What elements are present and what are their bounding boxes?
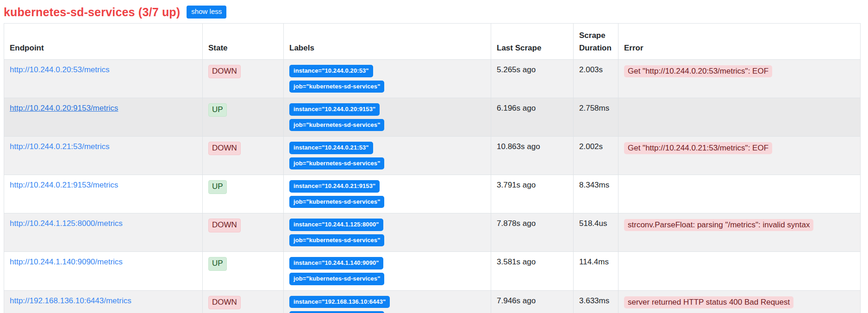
state-badge: UP xyxy=(208,180,227,194)
scrape-duration-value: 114.4ms xyxy=(579,257,609,266)
endpoint-cell: http://10.244.1.140:9090/metrics xyxy=(4,252,203,290)
show-less-button[interactable]: show less xyxy=(187,6,226,19)
endpoint-link[interactable]: http://10.244.0.20:53/metrics xyxy=(10,65,109,74)
target-row: http://192.168.136.10:6443/metrics DOWN … xyxy=(4,290,861,313)
target-row: http://10.244.0.20:53/metrics DOWN insta… xyxy=(4,60,861,98)
column-header-error: Error xyxy=(618,24,861,60)
error-cell: Get "http://10.244.0.21:53/metrics": EOF xyxy=(618,137,861,175)
endpoint-link[interactable]: http://10.244.0.20:9153/metrics xyxy=(10,104,118,113)
state-badge: DOWN xyxy=(208,219,241,232)
endpoint-cell: http://10.244.0.20:53/metrics xyxy=(4,60,203,98)
state-cell: UP xyxy=(203,252,284,290)
labels-cell: instance="10.244.0.21:9153"job="kubernet… xyxy=(284,175,491,213)
target-row: http://10.244.0.21:9153/metrics UP insta… xyxy=(4,175,861,213)
last-scrape-value: 7.946s ago xyxy=(497,296,536,305)
error-cell xyxy=(618,252,861,290)
last-scrape-value: 10.863s ago xyxy=(497,142,540,151)
state-cell: UP xyxy=(203,98,284,137)
table-header-row: Endpoint State Labels Last Scrape Scrape… xyxy=(4,24,861,60)
state-cell: DOWN xyxy=(203,137,284,175)
endpoint-cell: http://10.244.0.21:9153/metrics xyxy=(4,175,203,213)
last-scrape-cell: 5.265s ago xyxy=(491,60,574,98)
label-badge: instance="192.168.136.10:6443" xyxy=(289,296,390,308)
column-header-state: State xyxy=(203,24,284,60)
scrape-duration-cell: 3.633ms xyxy=(574,290,618,313)
endpoint-cell: http://192.168.136.10:6443/metrics xyxy=(4,290,203,313)
scrape-duration-value: 3.633ms xyxy=(579,296,609,305)
state-cell: DOWN xyxy=(203,290,284,313)
error-cell: strconv.ParseFloat: parsing "/metrics": … xyxy=(618,213,861,252)
error-cell: server returned HTTP status 400 Bad Requ… xyxy=(618,290,861,313)
scrape-duration-value: 8.343ms xyxy=(579,181,609,189)
endpoint-cell: http://10.244.0.21:53/metrics xyxy=(4,137,203,175)
scrape-duration-cell: 8.343ms xyxy=(574,175,618,213)
targets-page: kubernetes-sd-services (3/7 up) show les… xyxy=(0,0,864,313)
endpoint-link[interactable]: http://192.168.136.10:6443/metrics xyxy=(10,296,131,305)
labels-cell: instance="192.168.136.10:6443"job="kuber… xyxy=(284,290,491,313)
endpoint-cell: http://10.244.0.20:9153/metrics xyxy=(4,98,203,137)
label-badge: instance="10.244.0.20:9153" xyxy=(289,103,380,116)
last-scrape-cell: 6.196s ago xyxy=(491,98,574,137)
label-badge: job="kubernetes-sd-services" xyxy=(289,119,384,131)
endpoint-cell: http://10.244.1.125:8000/metrics xyxy=(4,213,203,252)
target-row: http://10.244.1.140:9090/metrics UP inst… xyxy=(4,252,861,290)
last-scrape-value: 7.878s ago xyxy=(497,219,536,228)
labels-cell: instance="10.244.1.125:8000"job="kuberne… xyxy=(284,213,491,252)
label-badge: job="kubernetes-sd-services" xyxy=(289,157,384,170)
last-scrape-value: 6.196s ago xyxy=(497,104,536,113)
label-badge: instance="10.244.0.20:53" xyxy=(289,65,373,77)
error-badge: Get "http://10.244.0.21:53/metrics": EOF xyxy=(624,142,772,154)
state-badge: DOWN xyxy=(208,65,241,78)
scrape-duration-value: 2.003s xyxy=(579,65,603,74)
scrape-duration-cell: 2.002s xyxy=(574,137,618,175)
labels-cell: instance="10.244.1.140:9090"job="kuberne… xyxy=(284,252,491,290)
state-cell: DOWN xyxy=(203,60,284,98)
job-header: kubernetes-sd-services (3/7 up) show les… xyxy=(4,0,864,23)
labels-cell: instance="10.244.0.20:9153"job="kubernet… xyxy=(284,98,491,137)
labels-cell: instance="10.244.0.21:53"job="kubernetes… xyxy=(284,137,491,175)
last-scrape-value: 3.791s ago xyxy=(497,181,536,189)
scrape-duration-value: 518.4us xyxy=(579,219,607,228)
labels-cell: instance="10.244.0.20:53"job="kubernetes… xyxy=(284,60,491,98)
state-cell: DOWN xyxy=(203,213,284,252)
label-badge: job="kubernetes-sd-services" xyxy=(289,196,384,208)
label-badge: instance="10.244.1.125:8000" xyxy=(289,219,383,231)
last-scrape-cell: 7.878s ago xyxy=(491,213,574,252)
column-header-endpoint: Endpoint xyxy=(4,24,203,60)
state-badge: UP xyxy=(208,103,227,117)
label-badge: instance="10.244.0.21:53" xyxy=(289,142,373,154)
scrape-duration-value: 2.758ms xyxy=(579,104,609,113)
column-header-scrape-duration: Scrape Duration xyxy=(574,24,618,60)
error-badge: strconv.ParseFloat: parsing "/metrics": … xyxy=(624,219,813,231)
target-row: http://10.244.1.125:8000/metrics DOWN in… xyxy=(4,213,861,252)
state-cell: UP xyxy=(203,175,284,213)
endpoint-link[interactable]: http://10.244.0.21:9153/metrics xyxy=(10,181,118,189)
last-scrape-cell: 3.581s ago xyxy=(491,252,574,290)
scrape-duration-value: 2.002s xyxy=(579,142,603,151)
error-badge: Get "http://10.244.0.20:53/metrics": EOF xyxy=(624,65,772,77)
error-cell: Get "http://10.244.0.20:53/metrics": EOF xyxy=(618,60,861,98)
label-badge: instance="10.244.1.140:9090" xyxy=(289,257,383,269)
targets-table: Endpoint State Labels Last Scrape Scrape… xyxy=(4,23,861,313)
error-badge: server returned HTTP status 400 Bad Requ… xyxy=(624,296,793,308)
last-scrape-cell: 10.863s ago xyxy=(491,137,574,175)
label-badge: job="kubernetes-sd-services" xyxy=(289,273,384,285)
endpoint-link[interactable]: http://10.244.1.140:9090/metrics xyxy=(10,257,123,266)
scrape-duration-cell: 2.003s xyxy=(574,60,618,98)
state-badge: DOWN xyxy=(208,296,241,309)
scrape-duration-cell: 2.758ms xyxy=(574,98,618,137)
target-row: http://10.244.0.21:53/metrics DOWN insta… xyxy=(4,137,861,175)
last-scrape-cell: 7.946s ago xyxy=(491,290,574,313)
endpoint-link[interactable]: http://10.244.1.125:8000/metrics xyxy=(10,219,123,228)
error-cell xyxy=(618,175,861,213)
state-badge: UP xyxy=(208,257,227,270)
column-header-labels: Labels xyxy=(284,24,491,60)
label-badge: instance="10.244.0.21:9153" xyxy=(289,180,380,193)
last-scrape-cell: 3.791s ago xyxy=(491,175,574,213)
endpoint-link[interactable]: http://10.244.0.21:53/metrics xyxy=(10,142,109,151)
last-scrape-value: 5.265s ago xyxy=(497,65,536,74)
label-badge: job="kubernetes-sd-services" xyxy=(289,234,384,247)
page-title: kubernetes-sd-services (3/7 up) xyxy=(4,6,180,19)
label-badge: job="kubernetes-sd-services" xyxy=(289,311,384,313)
column-header-last-scrape: Last Scrape xyxy=(491,24,574,60)
